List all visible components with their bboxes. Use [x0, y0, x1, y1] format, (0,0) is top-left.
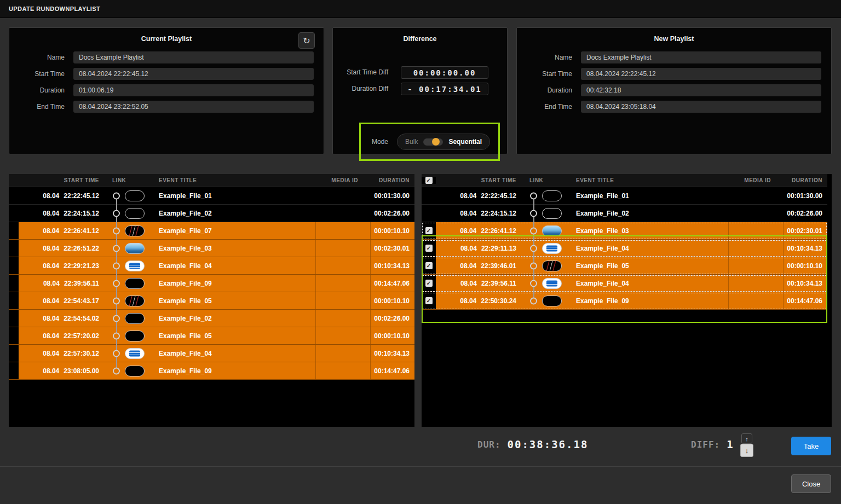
row-select-cell[interactable]: [422, 257, 436, 274]
row-select-cell[interactable]: [9, 327, 19, 344]
refresh-button[interactable]: ↻: [298, 32, 315, 49]
start-time-field[interactable]: 08.04.2024 22:22:45.12: [581, 68, 821, 80]
row-select-cell[interactable]: [9, 362, 19, 379]
mode-option-bulk[interactable]: Bulk: [405, 138, 418, 146]
row-date: 08.04: [43, 192, 59, 200]
row-event-title: Example_File_07: [150, 222, 315, 239]
select-all-checkbox[interactable]: [425, 177, 433, 184]
row-select-cell[interactable]: [9, 275, 19, 292]
name-field[interactable]: Docs Example Playlist: [581, 51, 821, 63]
media-thumbnail: [542, 260, 562, 271]
take-button[interactable]: Take: [791, 437, 831, 455]
media-thumbnail: [542, 208, 562, 219]
mode-option-sequential[interactable]: Sequential: [448, 138, 482, 146]
diff-row: Start Time Diff 00:00:00.00: [333, 66, 507, 79]
link-circle-icon[interactable]: [113, 367, 120, 374]
table-row[interactable]: 08.04 22:54:43.17 Example_File_05 00:00:…: [9, 292, 414, 310]
row-select-cell[interactable]: [9, 257, 19, 274]
table-row[interactable]: 08.04 22:39:46.01 Example_File_05 00:00:…: [422, 257, 827, 275]
table-row[interactable]: 08.04 22:22:45.12 Example_File_01 00:01:…: [9, 187, 414, 205]
link-circle-icon[interactable]: [113, 245, 120, 252]
table-row[interactable]: 08.04 22:29:21.23 Example_File_04 00:10:…: [9, 257, 414, 275]
link-circle-icon[interactable]: [530, 192, 537, 199]
row-media-id: [728, 240, 783, 257]
table-row[interactable]: 08.04 22:39:56.11 Example_File_09 00:14:…: [9, 275, 414, 292]
end-time-field[interactable]: 08.04.2024 23:22:52.05: [73, 101, 314, 113]
name-field[interactable]: Docs Example Playlist: [73, 51, 314, 63]
table-row[interactable]: 08.04 22:54:54.02 Example_File_02 00:02:…: [9, 310, 414, 327]
table-row[interactable]: 08.04 22:57:30.12 Example_File_04 00:10:…: [9, 345, 414, 362]
toggle-switch-icon[interactable]: [423, 138, 443, 146]
close-button[interactable]: Close: [791, 474, 831, 493]
link-circle-icon[interactable]: [530, 297, 537, 304]
row-select-cell[interactable]: [9, 222, 19, 239]
row-select-cell[interactable]: [9, 310, 19, 327]
link-circle-icon[interactable]: [530, 210, 537, 217]
new-table-body: 08.04 22:22:45.12 Example_File_01 00:01:…: [422, 187, 832, 310]
row-select-cell[interactable]: [9, 240, 19, 257]
link-circle-icon[interactable]: [113, 297, 120, 304]
field-row: Name Docs Example Playlist: [9, 51, 324, 63]
row-select-cell[interactable]: [422, 205, 436, 222]
link-circle-icon[interactable]: [113, 280, 120, 287]
row-checkbox[interactable]: [425, 297, 433, 304]
row-select-cell[interactable]: [422, 187, 436, 204]
row-select-cell[interactable]: [9, 187, 19, 204]
row-link-cell: [103, 205, 150, 222]
end-time-field[interactable]: 08.04.2024 23:05:18.04: [581, 101, 821, 113]
media-thumbnail: [125, 225, 145, 236]
row-checkbox[interactable]: [425, 227, 433, 234]
start-time-field[interactable]: 08.04.2024 22:22:45.12: [73, 68, 314, 80]
table-row[interactable]: 08.04 22:26:41.12 Example_File_07 00:00:…: [9, 222, 414, 240]
row-date: 08.04: [460, 280, 477, 287]
row-date: 08.04: [460, 192, 476, 200]
link-circle-icon[interactable]: [113, 262, 120, 269]
link-circle-icon[interactable]: [530, 262, 537, 269]
table-row[interactable]: 08.04 23:08:05.00 Example_File_09 00:14:…: [9, 362, 414, 380]
table-row[interactable]: 08.04 22:24:15.12 Example_File_02 00:02:…: [9, 205, 414, 222]
duration-field[interactable]: 01:00:06.19: [73, 84, 314, 96]
row-select-cell[interactable]: [422, 275, 436, 292]
field-row: Name Docs Example Playlist: [517, 51, 831, 63]
table-row[interactable]: 08.04 22:29:11.13 Example_File_04 00:10:…: [422, 240, 827, 257]
link-circle-icon[interactable]: [530, 245, 537, 252]
duration-field[interactable]: 00:42:32.18: [581, 84, 821, 96]
table-row[interactable]: 08.04 22:22:45.12 Example_File_01 00:01:…: [422, 187, 827, 205]
row-start-time: 08.04 22:57:30.12: [19, 345, 103, 362]
row-select-cell[interactable]: [9, 345, 19, 362]
media-thumbnail: [125, 331, 145, 341]
table-row[interactable]: 08.04 22:26:41.12 Example_File_03 00:02:…: [422, 222, 827, 240]
mode-toggle[interactable]: Bulk Sequential: [397, 134, 490, 150]
row-select-cell[interactable]: [422, 240, 436, 257]
row-time: 22:26:51.22: [64, 245, 99, 252]
row-time: 22:24:15.12: [64, 210, 99, 217]
row-checkbox[interactable]: [425, 280, 433, 287]
row-select-cell[interactable]: [422, 222, 436, 239]
row-media-id: [315, 362, 370, 379]
link-circle-icon[interactable]: [113, 192, 120, 199]
row-select-cell[interactable]: [422, 292, 436, 309]
row-start-time: 08.04 22:24:15.12: [19, 205, 103, 222]
link-circle-icon[interactable]: [113, 227, 120, 234]
link-circle-icon[interactable]: [530, 227, 537, 234]
link-circle-icon[interactable]: [113, 350, 120, 357]
link-circle-icon[interactable]: [530, 280, 537, 287]
row-link-cell: [103, 222, 150, 239]
link-circle-icon[interactable]: [113, 315, 120, 322]
scroll-to-bottom-button[interactable]: ↓: [740, 444, 753, 457]
table-row[interactable]: 08.04 22:26:51.22 Example_File_03 00:02:…: [9, 240, 414, 257]
table-row[interactable]: 08.04 22:50:30.24 Example_File_09 00:14:…: [422, 292, 827, 310]
row-media-id: [315, 222, 370, 239]
scroll-to-top-button[interactable]: ↑: [741, 433, 752, 444]
table-row[interactable]: 08.04 22:57:20.02 Example_File_05 00:00:…: [9, 327, 414, 345]
row-checkbox[interactable]: [425, 262, 433, 269]
row-start-time: 08.04 22:22:45.12: [436, 187, 521, 204]
row-checkbox[interactable]: [425, 245, 433, 252]
link-circle-icon[interactable]: [113, 332, 120, 339]
row-select-cell[interactable]: [9, 292, 19, 309]
row-select-cell[interactable]: [9, 205, 19, 222]
table-row[interactable]: 08.04 22:39:56.11 Example_File_04 00:10:…: [422, 275, 827, 292]
row-date: 08.04: [43, 350, 59, 357]
table-row[interactable]: 08.04 22:24:15.12 Example_File_02 00:02:…: [422, 205, 827, 222]
link-circle-icon[interactable]: [113, 210, 120, 217]
